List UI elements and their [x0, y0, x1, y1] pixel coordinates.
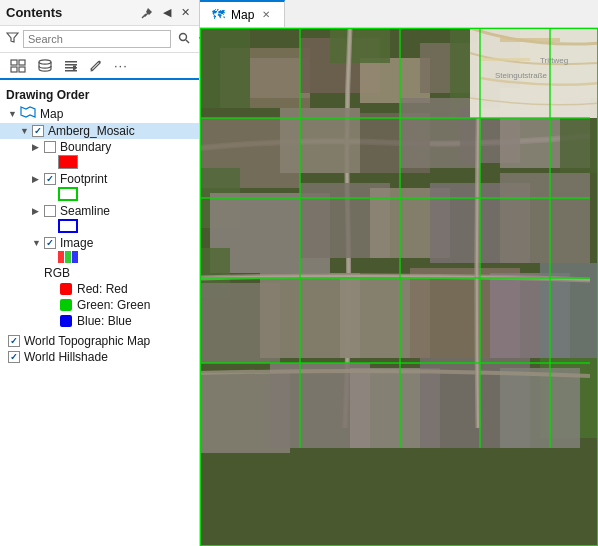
footprint-expand-arrow [32, 174, 42, 184]
map-label: Map [40, 107, 63, 121]
boundary-swatch-row [0, 155, 199, 171]
seamline-label: Seamline [60, 204, 110, 218]
map-root-item[interactable]: Map [0, 104, 199, 123]
footprint-swatch-row [0, 187, 199, 203]
seamline-expand-arrow [32, 206, 42, 216]
footprint-item[interactable]: Footprint [0, 171, 199, 187]
world-topo-label: World Topographic Map [24, 334, 150, 348]
map-area: 🗺 Map ✕ [200, 0, 598, 546]
world-topo-checkbox[interactable] [8, 335, 20, 347]
svg-point-1 [180, 33, 187, 40]
svg-line-2 [186, 40, 189, 43]
auto-hide-button[interactable]: ◀ [160, 4, 174, 21]
filter-layer-button[interactable] [60, 57, 82, 75]
amberg-expand-arrow [20, 126, 30, 136]
auto-hide-icon: ◀ [163, 6, 171, 19]
svg-rect-18 [360, 58, 430, 103]
map-satellite-layer: Steingutstraße Triftweg [200, 28, 598, 546]
search-icon [178, 32, 190, 44]
world-hillshade-item[interactable]: World Hillshade [0, 349, 199, 365]
boundary-checkbox[interactable] [44, 141, 56, 153]
list-view-button[interactable] [6, 57, 30, 75]
seamline-swatch-row [0, 219, 199, 235]
green-label: Green: Green [77, 298, 150, 312]
map-icon [20, 105, 36, 122]
amberg-label: Amberg_Mosaic [48, 124, 135, 138]
filter-icon [6, 31, 19, 47]
amberg-mosaic-item[interactable]: Amberg_Mosaic [0, 123, 199, 139]
world-topo-item[interactable]: World Topographic Map [0, 333, 199, 349]
svg-marker-12 [21, 107, 35, 117]
image-label: Image [60, 236, 93, 250]
drawing-order-label: Drawing Order [0, 84, 199, 104]
svg-text:Triftweg: Triftweg [540, 56, 568, 65]
svg-rect-6 [19, 67, 25, 72]
search-input[interactable] [23, 30, 171, 48]
svg-rect-3 [11, 60, 17, 65]
world-hillshade-label: World Hillshade [24, 350, 108, 364]
image-item[interactable]: Image [0, 235, 199, 251]
map-tab-close[interactable]: ✕ [260, 9, 272, 21]
footprint-checkbox[interactable] [44, 173, 56, 185]
red-bar [58, 251, 64, 263]
world-hillshade-checkbox[interactable] [8, 351, 20, 363]
svg-rect-50 [500, 368, 580, 448]
blue-label: Blue: Blue [77, 314, 132, 328]
svg-rect-11 [65, 70, 77, 72]
map-tab[interactable]: 🗺 Map ✕ [200, 0, 285, 27]
svg-text:Steingutstraße: Steingutstraße [495, 71, 548, 80]
amberg-checkbox[interactable] [32, 125, 44, 137]
red-channel-item: Red: Red [0, 281, 199, 297]
seamline-checkbox[interactable] [44, 205, 56, 217]
svg-rect-5 [11, 67, 17, 72]
pin-button[interactable] [138, 5, 156, 21]
panel-header: Contents ◀ ✕ [0, 0, 199, 26]
layer-toolbar: ··· [0, 53, 199, 80]
svg-rect-4 [19, 60, 25, 65]
image-expand-arrow [32, 238, 42, 248]
filter-bar: ▼ [0, 26, 199, 53]
more-options-icon: ··· [114, 58, 128, 73]
close-icon: ✕ [181, 6, 190, 19]
image-swatch [58, 251, 78, 263]
close-panel-button[interactable]: ✕ [178, 4, 193, 21]
svg-rect-21 [200, 28, 250, 108]
contents-panel: Contents ◀ ✕ [0, 0, 200, 546]
search-button[interactable] [175, 31, 193, 48]
svg-rect-8 [65, 64, 77, 66]
pencil-icon [89, 59, 103, 73]
map-tab-bar: 🗺 Map ✕ [200, 0, 598, 28]
svg-rect-22 [330, 28, 390, 63]
map-viewport[interactable]: Steingutstraße Triftweg [200, 28, 598, 546]
rgb-label-item: RGB [0, 265, 199, 281]
green-dot [60, 299, 72, 311]
database-button[interactable] [33, 57, 57, 75]
image-checkbox[interactable] [44, 237, 56, 249]
boundary-item[interactable]: Boundary [0, 139, 199, 155]
green-bar [65, 251, 71, 263]
svg-rect-37 [500, 173, 590, 263]
svg-rect-32 [560, 118, 598, 173]
map-tab-label: Map [231, 8, 254, 22]
boundary-expand-arrow [32, 142, 42, 152]
edit-button[interactable] [85, 57, 107, 75]
more-options-button[interactable]: ··· [110, 56, 132, 75]
database-icon [37, 59, 53, 73]
footprint-label: Footprint [60, 172, 107, 186]
panel-header-icons: ◀ ✕ [138, 4, 193, 21]
rgb-label: RGB [44, 266, 70, 280]
seamline-item[interactable]: Seamline [0, 203, 199, 219]
svg-rect-52 [500, 38, 560, 42]
map-expand-arrow [8, 109, 18, 119]
list-view-icon [10, 59, 26, 73]
panel-title: Contents [6, 5, 62, 20]
pin-icon [141, 7, 153, 19]
blue-channel-item: Blue: Blue [0, 313, 199, 329]
boundary-label: Boundary [60, 140, 111, 154]
footprint-swatch [58, 187, 78, 201]
green-channel-item: Green: Green [0, 297, 199, 313]
image-swatch-row [0, 251, 199, 265]
map-tab-icon: 🗺 [212, 7, 225, 22]
svg-rect-53 [480, 58, 530, 61]
seamline-swatch [58, 219, 78, 233]
